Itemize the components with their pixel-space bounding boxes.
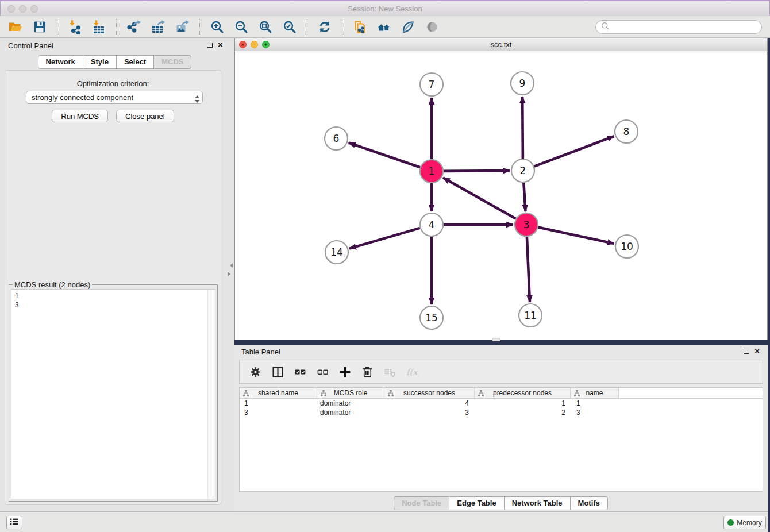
search-box[interactable] (595, 20, 762, 34)
table-close-panel-icon[interactable]: × (754, 348, 760, 354)
column-header-name[interactable]: name (571, 388, 619, 398)
column-header-MCDS-role[interactable]: MCDS role (317, 388, 384, 398)
table-cell[interactable]: 1 (475, 399, 571, 408)
search-icon (600, 21, 610, 33)
graph-node-14[interactable]: 14 (325, 241, 348, 264)
birdseye-icon[interactable] (424, 18, 441, 36)
zoom-fit-icon[interactable] (257, 18, 274, 36)
control-panel: Control Panel × NetworkStyleSelectMCDS O… (0, 38, 234, 511)
add-row-icon[interactable] (338, 365, 352, 379)
zoom-out-icon[interactable] (233, 18, 250, 36)
table-cell[interactable]: 2 (475, 408, 571, 417)
table-row[interactable]: 1dominator411 (240, 399, 763, 408)
refresh-icon[interactable] (316, 18, 333, 36)
status-bar: Memory (0, 511, 770, 532)
column-header-predecessor-nodes[interactable]: predecessor nodes (475, 388, 571, 398)
table-cell[interactable]: 1 (240, 399, 317, 408)
import-network-icon[interactable] (66, 18, 83, 36)
edge-3-10[interactable] (538, 228, 614, 244)
network-copy-icon[interactable] (351, 18, 368, 36)
table-float-panel-icon[interactable] (744, 349, 749, 354)
graph-node-4[interactable]: 4 (420, 213, 443, 236)
zoom-in-icon[interactable] (209, 18, 226, 36)
tab-select[interactable]: Select (116, 55, 154, 69)
columns-icon[interactable] (271, 365, 284, 379)
vertical-splitter-handle[interactable] (228, 263, 233, 276)
result-scrollbar[interactable] (207, 290, 215, 499)
table-cell[interactable]: 3 (571, 408, 619, 417)
graph-node-9[interactable]: 9 (511, 72, 534, 95)
table-cell[interactable]: 4 (384, 399, 475, 408)
memory-button[interactable]: Memory (723, 516, 766, 529)
graph-node-10[interactable]: 10 (615, 235, 638, 258)
graph-node-11[interactable]: 11 (519, 304, 542, 327)
table-cell[interactable]: dominator (317, 408, 384, 417)
edge-1-6[interactable] (349, 143, 420, 168)
svg-text:f(x): f(x) (406, 367, 418, 377)
run-mcds-button[interactable]: Run MCDS (52, 110, 108, 122)
svg-text:10: 10 (621, 241, 633, 252)
gear-icon[interactable] (248, 365, 262, 379)
toolbar-separator (342, 19, 342, 35)
graph-node-1[interactable]: 1 (420, 160, 443, 183)
tab-network-table[interactable]: Network Table (504, 496, 571, 510)
tab-network[interactable]: Network (38, 55, 83, 69)
home-gallery-icon[interactable] (375, 18, 392, 36)
tab-node-table[interactable]: Node Table (394, 496, 449, 510)
tab-mcds[interactable]: MCDS (153, 55, 191, 69)
mcds-result-list[interactable]: 1 3 (11, 289, 215, 499)
network-window-titlebar[interactable]: × – + scc.txt (235, 38, 767, 51)
edge-1-2[interactable] (444, 171, 510, 171)
table-toolbar: f(x) (239, 360, 763, 384)
export-network-icon[interactable] (125, 18, 143, 36)
graph-node-3[interactable]: 3 (515, 213, 538, 236)
table-cell[interactable]: 1 (571, 399, 619, 408)
criterion-dropdown[interactable]: strongly connected component (26, 91, 203, 104)
search-input[interactable] (610, 23, 761, 31)
export-image-icon[interactable] (174, 18, 191, 36)
graph-node-8[interactable]: 8 (615, 120, 638, 143)
task-history-button[interactable] (6, 516, 22, 529)
open-folder-icon[interactable] (7, 18, 24, 36)
close-panel-button[interactable]: Close panel (116, 110, 174, 122)
mcds-result-group: MCDS result (2 nodes) 1 3 (9, 284, 218, 502)
column-label: MCDS role (334, 389, 368, 397)
export-table-icon[interactable] (149, 18, 167, 36)
delete-row-icon[interactable] (360, 365, 374, 379)
table-row[interactable]: 3dominator323 (240, 408, 763, 417)
import-table-icon[interactable] (90, 18, 107, 36)
column-label: shared name (258, 389, 298, 397)
graph-node-15[interactable]: 15 (420, 306, 443, 329)
main-toolbar (0, 16, 770, 38)
graph-node-7[interactable]: 7 (420, 73, 443, 96)
close-panel-icon[interactable]: × (218, 42, 223, 48)
network-canvas[interactable]: 7968124314101511 (235, 51, 767, 340)
column-header-successor-nodes[interactable]: successor nodes (384, 388, 475, 398)
toolbar-separator (57, 19, 57, 35)
style-brush-icon[interactable] (399, 18, 417, 36)
delete-table-icon (383, 365, 396, 379)
zoom-selected-icon[interactable] (281, 18, 298, 36)
edge-3-11[interactable] (527, 237, 530, 302)
float-panel-icon[interactable] (207, 43, 213, 48)
edge-2-9[interactable] (522, 97, 523, 159)
deselect-all-icon[interactable] (315, 365, 329, 379)
horizontal-splitter-handle[interactable] (492, 338, 500, 341)
select-all-icon[interactable] (293, 365, 307, 379)
function-icon: f(x) (405, 365, 419, 379)
graph-node-6[interactable]: 6 (325, 127, 348, 150)
table-cell[interactable]: 3 (384, 408, 475, 417)
edge-2-8[interactable] (534, 136, 614, 167)
edge-2-3[interactable] (523, 183, 525, 211)
table-cell[interactable]: dominator (317, 399, 384, 408)
tab-edge-table[interactable]: Edge Table (449, 496, 504, 510)
table-cell[interactable]: 3 (240, 408, 317, 417)
column-header-shared-name[interactable]: shared name (240, 388, 317, 398)
edge-3-1[interactable] (443, 178, 516, 218)
edge-4-14[interactable] (349, 228, 420, 249)
tab-motifs[interactable]: Motifs (570, 496, 608, 510)
graph-node-2[interactable]: 2 (511, 159, 534, 182)
svg-text:6: 6 (333, 133, 340, 144)
tab-style[interactable]: Style (83, 55, 117, 69)
save-icon[interactable] (31, 18, 48, 36)
